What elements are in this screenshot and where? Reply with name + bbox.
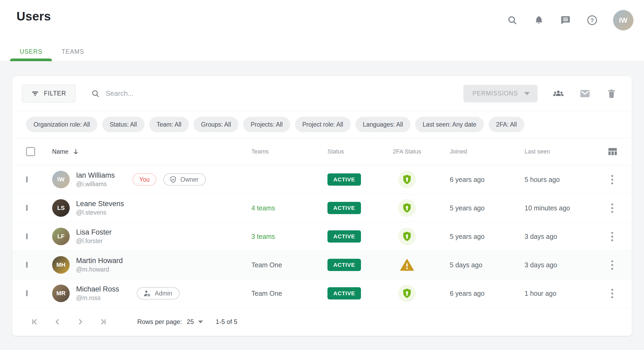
table-row: MH Martin Howard @m.howard Team One ACTI… bbox=[12, 251, 632, 279]
chip-status[interactable]: Status: All bbox=[102, 117, 144, 132]
row-checkbox[interactable] bbox=[26, 233, 28, 239]
row-checkbox[interactable] bbox=[26, 262, 28, 268]
chip-project-role[interactable]: Project role: All bbox=[295, 117, 351, 132]
toolbar-actions bbox=[552, 88, 617, 99]
row-checkbox[interactable] bbox=[26, 205, 28, 211]
chip-languages[interactable]: Languages: All bbox=[355, 117, 410, 132]
row-menu-kebab-icon[interactable] bbox=[609, 173, 615, 186]
app-header: Users ? IW USERS TEAMS bbox=[0, 0, 644, 61]
user-full-name: Lisa Foster bbox=[76, 228, 112, 236]
select-all-checkbox[interactable] bbox=[26, 147, 35, 156]
avatar: MH bbox=[52, 256, 70, 274]
row-menu-kebab-icon[interactable] bbox=[609, 230, 615, 243]
column-header-name[interactable]: Name bbox=[52, 148, 251, 155]
avatar[interactable]: IW bbox=[613, 10, 633, 30]
filter-button[interactable]: FILTER bbox=[22, 85, 76, 103]
joined-cell: 6 years ago bbox=[423, 290, 498, 297]
svg-text:?: ? bbox=[590, 17, 594, 24]
chevron-down-icon bbox=[198, 320, 203, 323]
teams-link[interactable]: 3 teams bbox=[251, 233, 275, 240]
chip-last-seen[interactable]: Last seen: Any date bbox=[415, 117, 484, 132]
joined-cell: 5 years ago bbox=[423, 233, 498, 240]
previous-page-button[interactable] bbox=[49, 313, 66, 330]
search-field-wrap bbox=[91, 89, 464, 98]
column-header-teams[interactable]: Teams bbox=[251, 148, 327, 155]
user-username: @m.howard bbox=[76, 266, 123, 273]
tab-teams[interactable]: TEAMS bbox=[52, 43, 94, 61]
column-header-status[interactable]: Status bbox=[327, 148, 391, 155]
users-card: FILTER PERMISSIONS Organization role: Al… bbox=[12, 76, 632, 336]
lastseen-cell: 5 hours ago bbox=[498, 176, 592, 184]
column-header-2fa[interactable]: 2FA Status bbox=[391, 148, 423, 155]
status-badge: ACTIVE bbox=[327, 173, 361, 186]
row-menu-kebab-icon[interactable] bbox=[609, 201, 615, 215]
column-header-joined[interactable]: Joined bbox=[423, 148, 498, 155]
pagination-range: 1-5 of 5 bbox=[216, 318, 237, 326]
teams-cell: Team One bbox=[251, 290, 327, 297]
avatar: LS bbox=[52, 199, 70, 217]
owner-badge: Owner bbox=[163, 173, 206, 186]
rows-per-page-select[interactable]: 25 bbox=[187, 318, 203, 326]
lastseen-cell: 1 hour ago bbox=[498, 290, 592, 297]
table-body: IW Ian Williams @i.williams You Owner AC… bbox=[12, 165, 632, 308]
chevron-down-icon bbox=[524, 92, 530, 95]
row-checkbox[interactable] bbox=[26, 290, 28, 296]
user-full-name: Ian Williams bbox=[76, 171, 115, 180]
status-badge: ACTIVE bbox=[327, 202, 361, 214]
row-menu-kebab-icon[interactable] bbox=[609, 287, 615, 300]
user-username: @l.forster bbox=[76, 238, 112, 245]
trash-icon[interactable] bbox=[606, 88, 617, 99]
tab-users[interactable]: USERS bbox=[10, 43, 52, 61]
last-page-button[interactable] bbox=[95, 313, 112, 330]
twofa-enabled-shield-icon bbox=[398, 285, 416, 302]
user-full-name: Leane Stevens bbox=[76, 200, 124, 208]
row-checkbox[interactable] bbox=[26, 176, 28, 182]
table-header: Name Teams Status 2FA Status Joined Last… bbox=[12, 138, 632, 165]
filter-icon bbox=[31, 90, 39, 98]
shield-check-icon bbox=[169, 176, 177, 184]
table-toolbar: FILTER PERMISSIONS bbox=[12, 76, 632, 111]
page-title: Users bbox=[16, 9, 51, 23]
row-menu-kebab-icon[interactable] bbox=[609, 258, 615, 272]
twofa-warning-icon bbox=[400, 259, 414, 271]
twofa-enabled-shield-icon bbox=[398, 228, 416, 245]
avatar: MR bbox=[52, 285, 70, 302]
filter-chips-row: Organization role: All Status: All Team:… bbox=[12, 111, 632, 138]
lastseen-cell: 3 days ago bbox=[498, 261, 592, 269]
chip-team[interactable]: Team: All bbox=[149, 117, 189, 132]
mail-icon[interactable] bbox=[579, 88, 591, 99]
help-icon[interactable]: ? bbox=[587, 15, 598, 26]
twofa-enabled-shield-icon bbox=[398, 171, 416, 188]
status-badge: ACTIVE bbox=[327, 230, 361, 243]
user-full-name: Michael Ross bbox=[76, 285, 119, 293]
user-username: @i.williams bbox=[76, 181, 115, 188]
status-badge: ACTIVE bbox=[327, 287, 361, 299]
messages-icon[interactable] bbox=[560, 15, 571, 26]
chip-groups[interactable]: Groups: All bbox=[194, 117, 239, 132]
chip-2fa[interactable]: 2FA: All bbox=[489, 117, 524, 132]
you-badge: You bbox=[132, 173, 157, 186]
search-input[interactable] bbox=[106, 89, 265, 98]
rows-per-page-label: Rows per page: bbox=[137, 318, 182, 326]
admin-badge: Admin bbox=[137, 287, 180, 299]
topbar-icons: ? IW bbox=[507, 10, 633, 31]
permissions-dropdown-button[interactable]: PERMISSIONS bbox=[463, 85, 538, 102]
first-page-button[interactable] bbox=[26, 313, 43, 330]
sort-descending-icon bbox=[72, 148, 80, 155]
chip-organization-role[interactable]: Organization role: All bbox=[26, 117, 97, 132]
teams-cell: Team One bbox=[251, 261, 327, 269]
chip-projects[interactable]: Projects: All bbox=[243, 117, 290, 132]
tabs: USERS TEAMS bbox=[10, 43, 94, 61]
user-gear-icon bbox=[143, 289, 152, 298]
notifications-bell-icon[interactable] bbox=[533, 15, 545, 26]
search-icon[interactable] bbox=[507, 15, 518, 26]
teams-link[interactable]: 4 teams bbox=[251, 204, 275, 212]
avatar: LF bbox=[52, 228, 70, 245]
lastseen-cell: 3 days ago bbox=[498, 233, 592, 240]
avatar: IW bbox=[52, 171, 70, 188]
status-badge: ACTIVE bbox=[327, 259, 361, 271]
column-header-lastseen[interactable]: Last seen bbox=[498, 148, 592, 155]
next-page-button[interactable] bbox=[72, 313, 89, 330]
column-settings-icon[interactable] bbox=[607, 146, 618, 157]
group-icon[interactable] bbox=[552, 88, 564, 99]
